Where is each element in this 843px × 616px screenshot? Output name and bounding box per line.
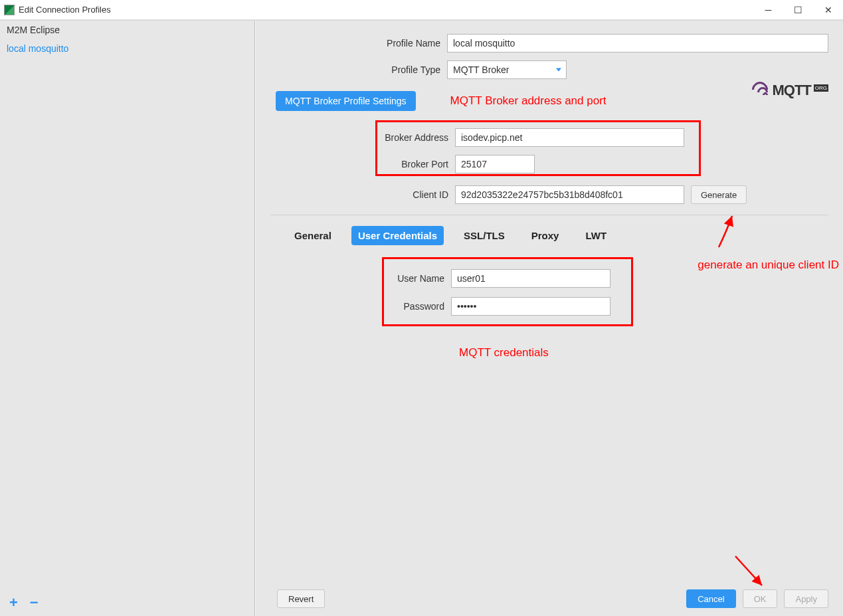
close-button[interactable]: ✕ bbox=[813, 0, 843, 19]
window-title: Edit Connection Profiles bbox=[19, 5, 753, 15]
profile-sidebar: M2M Eclipse local mosquitto + − bbox=[0, 20, 255, 616]
cancel-button[interactable]: Cancel bbox=[686, 589, 735, 608]
tab-ssl-tls[interactable]: SSL/TLS bbox=[457, 226, 512, 245]
minimize-button[interactable]: ─ bbox=[753, 0, 783, 19]
sidebar-item-local-mosquitto[interactable]: local mosquitto bbox=[0, 39, 254, 58]
main-panel: Profile Name Profile Type MQTT ORG MQTT … bbox=[255, 20, 843, 616]
profile-type-select[interactable] bbox=[447, 60, 567, 79]
mqtt-logo-text: MQTT bbox=[772, 82, 810, 99]
tab-general[interactable]: General bbox=[288, 226, 338, 245]
ok-button[interactable]: OK bbox=[743, 589, 778, 608]
footer-buttons: Revert Cancel OK Apply bbox=[270, 589, 828, 608]
username-label: User Name bbox=[391, 273, 451, 284]
profile-name-label: Profile Name bbox=[270, 38, 447, 49]
tab-lwt[interactable]: LWT bbox=[579, 226, 613, 245]
client-id-label: Client ID bbox=[278, 189, 455, 200]
apply-button[interactable]: Apply bbox=[784, 589, 828, 608]
profile-type-label: Profile Type bbox=[270, 64, 447, 75]
mqtt-logo: MQTT ORG bbox=[752, 82, 828, 99]
callout-credentials: MQTT credentials bbox=[459, 346, 549, 359]
annotation-arrow-ok bbox=[730, 551, 770, 591]
username-input[interactable] bbox=[451, 269, 610, 288]
annotation-box-credentials bbox=[382, 257, 633, 326]
password-input[interactable] bbox=[451, 297, 610, 316]
maximize-button[interactable]: ☐ bbox=[783, 0, 813, 19]
mqtt-logo-suffix: ORG bbox=[814, 84, 828, 92]
mqtt-logo-icon bbox=[752, 82, 769, 99]
profile-name-input[interactable] bbox=[447, 34, 828, 52]
remove-profile-button[interactable]: − bbox=[30, 594, 39, 611]
generate-button[interactable]: Generate bbox=[691, 185, 747, 204]
broker-address-input[interactable] bbox=[455, 128, 684, 147]
broker-port-label: Broker Port bbox=[278, 159, 455, 169]
mqtt-broker-profile-settings-button[interactable]: MQTT Broker Profile Settings bbox=[276, 91, 416, 111]
client-id-input[interactable] bbox=[455, 185, 684, 204]
profile-list: M2M Eclipse local mosquitto bbox=[0, 21, 254, 589]
tab-user-credentials[interactable]: User Credentials bbox=[351, 226, 444, 245]
revert-button[interactable]: Revert bbox=[277, 589, 325, 608]
app-icon bbox=[4, 5, 15, 15]
sidebar-item-m2m-eclipse[interactable]: M2M Eclipse bbox=[0, 21, 254, 39]
broker-port-input[interactable] bbox=[455, 155, 535, 173]
annotation-arrow-generate bbox=[707, 211, 747, 251]
broker-address-label: Broker Address bbox=[278, 132, 455, 143]
password-label: Password bbox=[391, 301, 451, 312]
chevron-down-icon bbox=[556, 68, 561, 72]
add-profile-button[interactable]: + bbox=[9, 594, 18, 611]
callout-generate: generate an unique client ID bbox=[698, 258, 839, 272]
title-bar: Edit Connection Profiles ─ ☐ ✕ bbox=[0, 0, 843, 20]
tab-proxy[interactable]: Proxy bbox=[525, 226, 566, 245]
callout-broker-address: MQTT Broker address and port bbox=[450, 94, 607, 108]
